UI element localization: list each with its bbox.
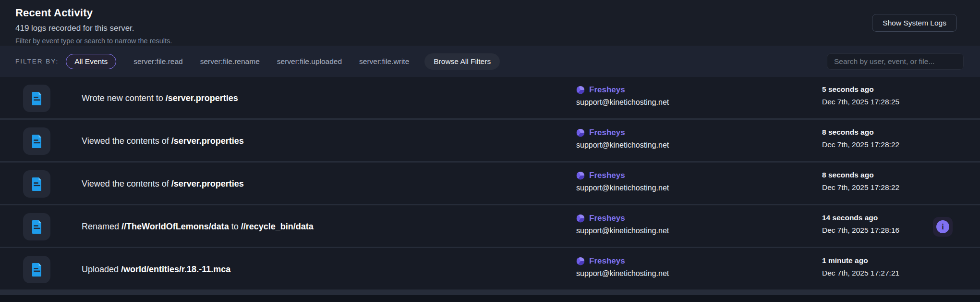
relative-time: 8 seconds ago xyxy=(822,128,899,137)
recent-activity-panel: Recent Activity 419 logs recorded for th… xyxy=(0,0,980,302)
filter-by-label: FILTER BY: xyxy=(15,58,59,65)
file-document-icon xyxy=(29,262,45,277)
log-row: Wrote new content to /server.properties … xyxy=(0,77,980,120)
relative-time: 1 minute ago xyxy=(822,256,899,265)
user-block: Fresheys support@kinetichosting.net xyxy=(576,85,669,107)
event-message: Renamed //TheWorldOfLemons/data to //rec… xyxy=(82,205,314,248)
event-icon-tile xyxy=(23,213,50,240)
message-segment: //recycle_bin/data xyxy=(241,222,314,232)
event-icon-tile xyxy=(23,85,50,112)
filter-all-events[interactable]: All Events xyxy=(66,54,116,69)
filter-bar: FILTER BY: All Events server:file.readse… xyxy=(0,46,980,77)
message-segment: Viewed the contents of xyxy=(82,179,171,189)
time-block: 5 seconds ago Dec 7th, 2025 17:28:25 xyxy=(822,85,899,106)
timestamp: Dec 7th, 2025 17:28:25 xyxy=(822,98,899,106)
user-block: Fresheys support@kinetichosting.net xyxy=(576,214,669,235)
relative-time: 14 seconds ago xyxy=(822,214,899,222)
browse-all-filters-button[interactable]: Browse All Filters xyxy=(424,53,500,70)
time-block: 1 minute ago Dec 7th, 2025 17:27:21 xyxy=(822,256,899,277)
message-segment: /server.properties xyxy=(171,136,244,146)
message-segment: Viewed the contents of xyxy=(82,136,171,146)
timestamp: Dec 7th, 2025 17:28:16 xyxy=(822,226,899,235)
message-segment: to xyxy=(229,222,241,232)
info-circle-icon: i xyxy=(936,220,949,233)
message-segment: Wrote new content to xyxy=(82,93,166,103)
message-segment: Renamed xyxy=(82,222,121,232)
event-message: Viewed the contents of /server.propertie… xyxy=(82,163,244,205)
relative-time: 5 seconds ago xyxy=(822,85,899,94)
user-email: support@kinetichosting.net xyxy=(576,184,669,192)
filter-item-server-file-write[interactable]: server:file.write xyxy=(359,57,409,66)
user-name[interactable]: Fresheys xyxy=(589,256,625,266)
user-email: support@kinetichosting.net xyxy=(576,141,669,150)
user-name[interactable]: Fresheys xyxy=(589,128,625,138)
user-email: support@kinetichosting.net xyxy=(576,226,669,235)
log-count-text: 419 logs recorded for this server. xyxy=(15,24,957,33)
message-segment: /world/entities/r.18.-11.mca xyxy=(121,264,230,275)
time-block: 8 seconds ago Dec 7th, 2025 17:28:22 xyxy=(822,171,899,192)
event-message: Uploaded /world/entities/r.18.-11.mca xyxy=(82,248,230,291)
file-document-icon xyxy=(29,176,45,192)
user-name[interactable]: Fresheys xyxy=(589,171,625,180)
kinetic-hosting-logo-icon xyxy=(576,214,585,223)
user-name[interactable]: Fresheys xyxy=(589,85,625,95)
time-block: 14 seconds ago Dec 7th, 2025 17:28:16 xyxy=(822,214,899,235)
log-row: Viewed the contents of /server.propertie… xyxy=(0,163,980,205)
log-row: Uploaded /world/entities/r.18.-11.mca Fr… xyxy=(0,248,980,291)
kinetic-hosting-logo-icon xyxy=(576,128,585,137)
timestamp: Dec 7th, 2025 17:28:22 xyxy=(822,140,899,149)
file-document-icon xyxy=(29,219,45,235)
event-message: Viewed the contents of /server.propertie… xyxy=(82,120,244,163)
user-block: Fresheys support@kinetichosting.net xyxy=(576,171,669,192)
timestamp: Dec 7th, 2025 17:27:21 xyxy=(822,269,899,277)
timestamp: Dec 7th, 2025 17:28:22 xyxy=(822,183,899,192)
log-row: Viewed the contents of /server.propertie… xyxy=(0,120,980,163)
kinetic-hosting-logo-icon xyxy=(576,171,585,180)
event-icon-tile xyxy=(23,127,50,155)
message-segment: /server.properties xyxy=(171,179,244,189)
filter-item-server-file-uploaded[interactable]: server:file.uploaded xyxy=(277,57,342,66)
message-segment: Uploaded xyxy=(82,264,121,275)
page-title: Recent Activity xyxy=(15,7,957,19)
filter-items: server:file.readserver:file.renameserver… xyxy=(116,57,409,66)
event-icon-tile xyxy=(23,256,50,283)
relative-time: 8 seconds ago xyxy=(822,171,899,179)
info-button[interactable]: i xyxy=(933,217,953,237)
user-block: Fresheys support@kinetichosting.net xyxy=(576,256,669,278)
log-row: Renamed //TheWorldOfLemons/data to //rec… xyxy=(0,205,980,248)
user-block: Fresheys support@kinetichosting.net xyxy=(576,128,669,150)
message-segment: /server.properties xyxy=(166,93,238,103)
file-document-icon xyxy=(29,91,45,106)
event-message: Wrote new content to /server.properties xyxy=(82,77,238,120)
user-email: support@kinetichosting.net xyxy=(576,269,669,278)
user-email: support@kinetichosting.net xyxy=(576,98,669,107)
kinetic-hosting-logo-icon xyxy=(576,257,585,265)
filter-item-server-file-read[interactable]: server:file.read xyxy=(133,57,183,66)
filter-item-server-file-rename[interactable]: server:file.rename xyxy=(200,57,260,66)
event-icon-tile xyxy=(23,170,50,198)
search-input[interactable] xyxy=(827,53,964,70)
filter-hint-text: Filter by event type or search to narrow… xyxy=(15,37,957,45)
kinetic-hosting-logo-icon xyxy=(576,86,585,94)
panel-header: Recent Activity 419 logs recorded for th… xyxy=(0,0,980,46)
activity-log-list: Wrote new content to /server.properties … xyxy=(0,77,980,291)
show-system-logs-button[interactable]: Show System Logs xyxy=(872,14,957,32)
message-segment: //TheWorldOfLemons/data xyxy=(121,222,229,232)
time-block: 8 seconds ago Dec 7th, 2025 17:28:22 xyxy=(822,128,899,149)
bottom-divider xyxy=(0,291,980,295)
user-name[interactable]: Fresheys xyxy=(589,214,625,223)
file-document-icon xyxy=(29,134,45,149)
